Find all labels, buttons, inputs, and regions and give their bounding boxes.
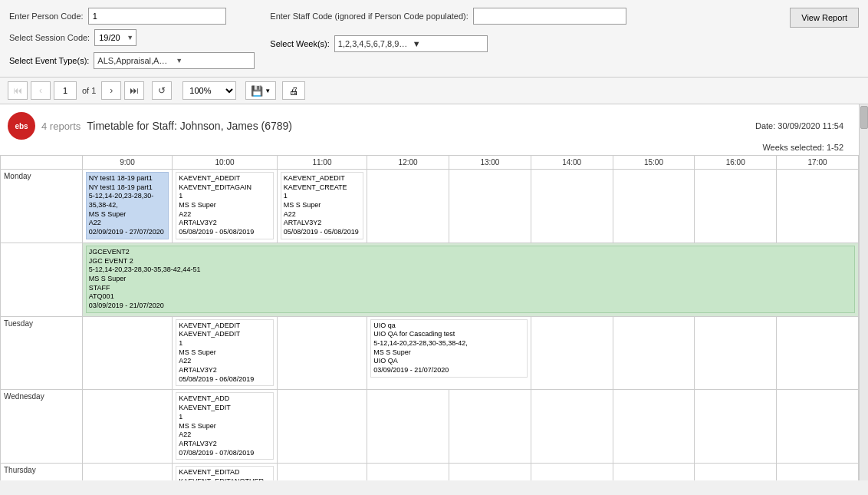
header-day [1,156,83,170]
header-10: 10:00 [173,156,278,170]
event-cell [449,464,531,480]
event-type-label: Select Event Type(s): [9,56,89,65]
report-header: ebs 4 reports Timetable for Staff: Johns… [0,104,859,143]
date-info: Date: 30/09/2020 11:54 [755,121,843,130]
zoom-wrapper: 100% 50% 75% 125% 150% 200% [182,81,236,100]
event-cell [695,170,777,243]
event-cell [777,170,859,243]
table-row: Wednesday KAEVENT_ADD KAEVENT_EDIT 1 MS … [1,390,859,464]
day-wednesday: Wednesday [1,390,83,464]
event-type-group: Select Event Type(s): ALS,Appraisal,Awai… [9,52,255,69]
save-chevron-icon: ▼ [265,87,271,94]
print-button[interactable]: 🖨 [282,81,305,100]
session-code-select[interactable]: 19/20 18/19 20/21 [94,29,136,46]
day-empty [1,243,83,316]
event-cell [531,316,613,390]
event-cell [277,390,367,464]
event-block: UIO qa UIO QA for Cascading test 5-12,14… [370,319,528,378]
event-type-value: ALS,Appraisal,Awaiting Course C [97,56,173,65]
zoom-select[interactable]: 100% 50% 75% 125% 150% 200% [182,81,236,100]
print-icon: 🖨 [289,85,299,97]
header-12: 12:00 [367,156,449,170]
right-top-row: Enter Staff Code (ignored if Person Code… [270,8,859,52]
person-code-input[interactable] [88,8,226,25]
timetable: 9:00 10:00 11:00 12:00 13:00 14:00 15:00… [0,155,859,480]
event-cell [277,464,367,480]
event-cell [449,390,531,464]
header-11: 11:00 [277,156,367,170]
report-title: Timetable for Staff: Johnson, James (678… [87,120,292,132]
weeks-input-wrapper[interactable]: 1,2,3,4,5,6,7,8,9,10,11,12,13,14,15, ▼ [334,35,488,52]
main-content: ebs 4 reports Timetable for Staff: Johns… [0,104,859,480]
event-cell [695,390,777,464]
day-thursday: Thursday [1,464,83,480]
event-cell [449,170,531,243]
weeks-selected: Weeks selected: 1-52 [0,143,859,155]
timetable-header-row: 9:00 10:00 11:00 12:00 13:00 14:00 15:00… [1,156,859,170]
event-cell [777,316,859,390]
weeks-chevron-icon[interactable]: ▼ [413,39,484,48]
staff-code-group: Enter Staff Code (ignored if Person Code… [270,8,626,52]
event-cell [82,316,172,390]
date-value: 30/09/2020 11:54 [778,121,843,130]
event-type-chevron-icon[interactable]: ▼ [176,57,251,64]
event-cell [777,390,859,464]
right-form-section: Enter Staff Code (ignored if Person Code… [270,8,859,52]
event-cell [695,464,777,480]
event-cell: KAEVENT_ADEDIT KAEVENT_EDITAGAIN 1 MS S … [173,170,278,243]
event-cell [531,170,613,243]
next-page-button[interactable]: › [101,81,121,100]
ebs-logo: ebs [8,112,35,140]
header-9: 9:00 [82,156,172,170]
staff-code-label: Enter Staff Code (ignored if Person Code… [270,12,468,21]
ebs-logo-text: ebs [15,122,28,130]
view-report-button[interactable]: View Report [790,8,859,28]
event-cell [777,464,859,480]
table-row: Thursday KAEVENT_EDITAD KAEVENT_EDITANOT… [1,464,859,480]
session-code-select-wrapper[interactable]: 19/20 18/19 20/21 ▼ [94,29,136,46]
header-14: 14:00 [531,156,613,170]
event-cell [277,316,367,390]
last-page-button[interactable]: ⏭ [124,81,144,100]
event-cell [531,390,613,464]
session-code-label: Select Session Code: [9,33,90,42]
event-cell [613,390,695,464]
table-row: JGCEVENT2 JGC EVENT 2 5-12,14-20,23-28,3… [1,243,859,316]
event-block: KAEVENT_ADEDIT KAEVENT_EDITAGAIN 1 MS S … [176,172,274,239]
header-13: 13:00 [449,156,531,170]
prev-page-button[interactable]: ‹ [31,81,51,100]
event-cell: NY test1 18-19 part1 NY test1 18-19 part… [82,170,172,243]
header-15: 15:00 [613,156,695,170]
back-button[interactable]: ↺ [152,81,172,100]
table-row: Tuesday KAEVENT_ADEDIT KAEVENT_ADEDIT 1 … [1,316,859,390]
header-17: 17:00 [777,156,859,170]
top-panel: Enter Person Code: Select Session Code: … [0,0,868,78]
event-cell [367,170,449,243]
page-number-input[interactable] [54,81,77,100]
event-cell [613,316,695,390]
event-cell [367,390,449,464]
scrollbar-right[interactable] [859,104,868,480]
table-row: Monday NY test1 18-19 part1 NY test1 18-… [1,170,859,243]
logo-title: ebs 4 reports Timetable for Staff: Johns… [8,112,292,140]
event-cell [82,464,172,480]
weeks-row: Select Week(s): 1,2,3,4,5,6,7,8,9,10,11,… [270,35,626,52]
event-type-input-wrapper[interactable]: ALS,Appraisal,Awaiting Course C ▼ [94,52,255,69]
header-16: 16:00 [695,156,777,170]
staff-code-form-group: Enter Staff Code (ignored if Person Code… [270,8,626,25]
save-button[interactable]: 💾 ▼ [245,81,276,100]
content-area[interactable]: ebs 4 reports Timetable for Staff: Johns… [0,104,859,480]
day-monday: Monday [1,170,83,243]
event-block: KAEVENT_ADD KAEVENT_EDIT 1 MS S Super A2… [176,392,274,460]
staff-code-input[interactable] [473,8,626,25]
main-wrapper: ebs 4 reports Timetable for Staff: Johns… [0,104,868,480]
event-block: KAEVENT_ADEDIT KAEVENT_CREATE 1 MS S Sup… [281,172,363,239]
date-label: Date: [755,121,775,130]
event-cell [695,316,777,390]
scrollbar-thumb[interactable] [860,106,868,129]
left-form-section: Enter Person Code: Select Session Code: … [9,8,255,69]
event-block: KAEVENT_ADEDIT KAEVENT_ADEDIT 1 MS S Sup… [176,319,274,387]
first-page-button[interactable]: ⏮ [8,81,28,100]
event-block: KAEVENT_EDITAD KAEVENT_EDITANOTHER 1 MS … [176,466,274,480]
event-cell [613,464,695,480]
